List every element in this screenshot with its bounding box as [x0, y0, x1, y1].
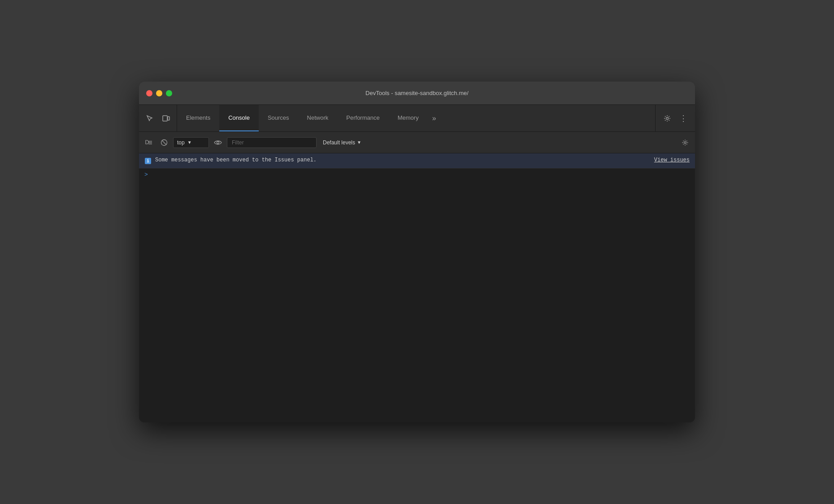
console-prompt-row: > — [139, 169, 695, 181]
chevron-down-icon: ▼ — [187, 140, 192, 145]
toolbar-icons — [139, 105, 177, 131]
filter-input[interactable] — [227, 137, 317, 148]
info-icon: i — [144, 157, 152, 165]
maximize-button[interactable] — [166, 90, 172, 96]
settings-button[interactable] — [661, 112, 673, 125]
minimize-button[interactable] — [156, 90, 162, 96]
message-text: Some messages have been moved to the Iss… — [155, 157, 649, 163]
devtools-window: DevTools - samesite-sandbox.glitch.me/ E… — [139, 82, 695, 422]
clear-console-button[interactable] — [143, 136, 155, 149]
close-button[interactable] — [146, 90, 152, 96]
console-settings-button[interactable] — [679, 136, 691, 149]
device-toggle-button[interactable] — [159, 111, 173, 126]
tab-bar-end: ⋮ — [655, 105, 695, 131]
tab-network[interactable]: Network — [298, 105, 338, 131]
tabs: Elements Console Sources Network Perform… — [177, 105, 655, 131]
tab-sources[interactable]: Sources — [259, 105, 298, 131]
tab-memory[interactable]: Memory — [389, 105, 428, 131]
prompt-chevron-icon: > — [144, 171, 148, 178]
traffic-lights — [146, 90, 172, 96]
levels-label: Default levels — [323, 139, 355, 146]
context-value: top — [177, 139, 185, 146]
svg-point-2 — [666, 117, 669, 119]
block-network-button[interactable] — [158, 136, 170, 149]
context-selector[interactable]: top ▼ — [173, 137, 209, 148]
inspect-element-button[interactable] — [143, 111, 157, 126]
levels-chevron-icon: ▼ — [357, 140, 361, 145]
svg-point-9 — [217, 141, 219, 143]
tab-bar: Elements Console Sources Network Perform… — [139, 105, 695, 132]
svg-line-8 — [162, 140, 166, 145]
log-levels-button[interactable]: Default levels ▼ — [319, 138, 365, 148]
tab-console[interactable]: Console — [219, 105, 259, 131]
svg-rect-0 — [163, 116, 167, 121]
more-options-button[interactable]: ⋮ — [677, 112, 690, 125]
view-issues-link[interactable]: View issues — [654, 157, 690, 163]
svg-marker-3 — [146, 140, 149, 144]
svg-point-10 — [684, 141, 686, 143]
tab-performance[interactable]: Performance — [337, 105, 388, 131]
title-bar: DevTools - samesite-sandbox.glitch.me/ — [139, 82, 695, 105]
console-info-message: i Some messages have been moved to the I… — [139, 153, 695, 169]
more-tabs-button[interactable]: » — [428, 105, 441, 131]
console-content: i Some messages have been moved to the I… — [139, 153, 695, 422]
tab-elements[interactable]: Elements — [177, 105, 219, 131]
console-toolbar: top ▼ Default levels ▼ — [139, 132, 695, 153]
live-expression-button[interactable] — [212, 136, 224, 149]
window-title: DevTools - samesite-sandbox.glitch.me/ — [365, 90, 469, 96]
svg-rect-1 — [168, 117, 169, 120]
